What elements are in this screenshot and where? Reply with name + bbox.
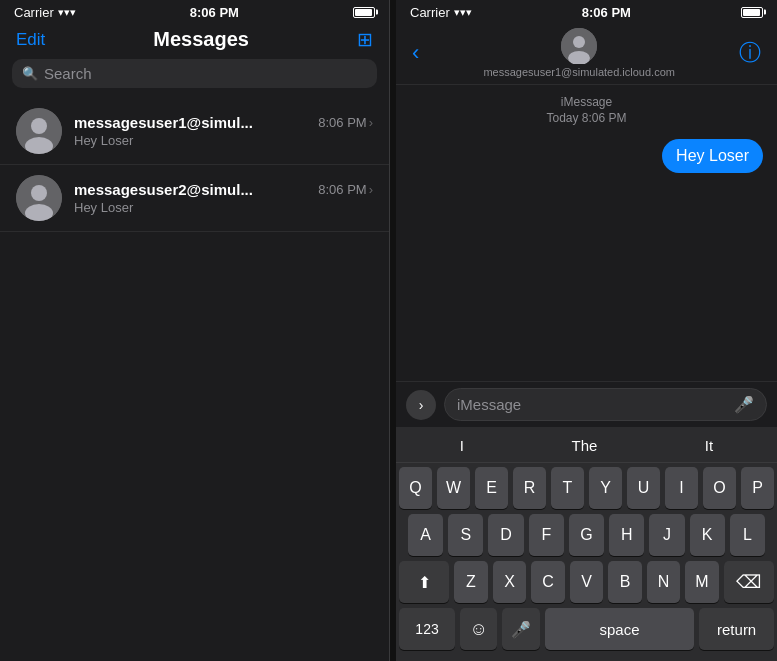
input-area: › iMessage 🎤 xyxy=(396,381,777,427)
keyboard-row-1: Q W E R T Y U I O P xyxy=(396,467,777,509)
keyboard-row-3: ⬆ Z X C V B N M ⌫ xyxy=(396,561,777,603)
key-y[interactable]: Y xyxy=(589,467,622,509)
key-i[interactable]: I xyxy=(665,467,698,509)
message-header-row-2: messagesuser2@simul... 8:06 PM › xyxy=(74,181,373,198)
space-key[interactable]: space xyxy=(545,608,694,650)
left-carrier-text: Carrier xyxy=(14,5,54,20)
shift-key[interactable]: ⬆ xyxy=(399,561,449,603)
left-battery xyxy=(353,7,375,18)
messages-title: Messages xyxy=(153,28,249,51)
left-time: 8:06 PM xyxy=(190,5,239,20)
contact-email: messagesuser1@simulated.icloud.com xyxy=(483,66,675,78)
search-icon: 🔍 xyxy=(22,66,38,81)
left-wifi-icon: ▾▾▾ xyxy=(58,6,76,19)
key-s[interactable]: S xyxy=(448,514,483,556)
avatar-1 xyxy=(16,108,62,154)
keyboard-row-bottom: 123 ☺ 🎤 space return xyxy=(396,608,777,650)
key-t[interactable]: T xyxy=(551,467,584,509)
key-k[interactable]: K xyxy=(690,514,725,556)
num-key[interactable]: 123 xyxy=(399,608,455,650)
key-x[interactable]: X xyxy=(493,561,527,603)
svg-point-7 xyxy=(573,36,585,48)
key-u[interactable]: U xyxy=(627,467,660,509)
right-carrier-text: Carrier xyxy=(410,5,450,20)
key-e[interactable]: E xyxy=(475,467,508,509)
left-panel: Carrier ▾▾▾ 8:06 PM Edit Messages ⊞ 🔍 Se… xyxy=(0,0,390,661)
key-o[interactable]: O xyxy=(703,467,736,509)
message-sender-1: messagesuser1@simul... xyxy=(74,114,253,131)
message-item-1[interactable]: messagesuser1@simul... 8:06 PM › Hey Los… xyxy=(0,98,389,165)
bubble-row: Hey Loser xyxy=(410,139,763,173)
imessage-time: Today 8:06 PM xyxy=(410,111,763,125)
search-placeholder: Search xyxy=(44,65,92,82)
keyboard: I The It Q W E R T Y U I O P A S D F G H… xyxy=(396,427,777,661)
key-r[interactable]: R xyxy=(513,467,546,509)
right-time: 8:06 PM xyxy=(582,5,631,20)
left-battery-bar xyxy=(353,7,375,18)
search-bar[interactable]: 🔍 Search xyxy=(12,59,377,88)
expand-button[interactable]: › xyxy=(406,390,436,420)
contact-avatar xyxy=(561,28,597,64)
chevron-icon-2: › xyxy=(369,182,373,197)
edit-button[interactable]: Edit xyxy=(16,30,45,50)
mic-icon[interactable]: 🎤 xyxy=(734,395,754,414)
keyboard-mic-key[interactable]: 🎤 xyxy=(502,608,539,650)
key-c[interactable]: C xyxy=(531,561,565,603)
key-m[interactable]: M xyxy=(685,561,719,603)
message-input-placeholder: iMessage xyxy=(457,396,726,413)
key-w[interactable]: W xyxy=(437,467,470,509)
key-h[interactable]: H xyxy=(609,514,644,556)
message-item-2[interactable]: messagesuser2@simul... 8:06 PM › Hey Los… xyxy=(0,165,389,232)
key-j[interactable]: J xyxy=(649,514,684,556)
right-battery xyxy=(741,7,763,18)
back-button[interactable]: ‹ xyxy=(408,40,423,66)
right-status-bar: Carrier ▾▾▾ 8:06 PM xyxy=(396,0,777,24)
message-header-row-1: messagesuser1@simul... 8:06 PM › xyxy=(74,114,373,131)
key-g[interactable]: G xyxy=(569,514,604,556)
left-battery-fill xyxy=(355,9,372,16)
return-key[interactable]: return xyxy=(699,608,774,650)
key-d[interactable]: D xyxy=(488,514,523,556)
message-time-1: 8:06 PM › xyxy=(318,115,373,130)
expand-icon: › xyxy=(419,397,424,413)
suggestion-it[interactable]: It xyxy=(695,435,723,456)
message-input[interactable]: iMessage 🎤 xyxy=(444,388,767,421)
emoji-key[interactable]: ☺ xyxy=(460,608,497,650)
message-bubble: Hey Loser xyxy=(662,139,763,173)
suggestion-i[interactable]: I xyxy=(450,435,474,456)
key-a[interactable]: A xyxy=(408,514,443,556)
suggestion-the[interactable]: The xyxy=(561,435,607,456)
right-battery-fill xyxy=(743,9,760,16)
key-l[interactable]: L xyxy=(730,514,765,556)
key-n[interactable]: N xyxy=(647,561,681,603)
keyboard-row-2: A S D F G H J K L xyxy=(396,514,777,556)
right-header: ‹ messagesuser1@simulated.icloud.com ⓘ xyxy=(396,24,777,85)
message-info-2: messagesuser2@simul... 8:06 PM › Hey Los… xyxy=(74,181,373,215)
contact-center: messagesuser1@simulated.icloud.com xyxy=(483,28,675,78)
key-z[interactable]: Z xyxy=(454,561,488,603)
info-button[interactable]: ⓘ xyxy=(735,38,765,68)
right-carrier: Carrier ▾▾▾ xyxy=(410,5,472,20)
message-preview-2: Hey Loser xyxy=(74,200,373,215)
key-f[interactable]: F xyxy=(529,514,564,556)
right-wifi-icon: ▾▾▾ xyxy=(454,6,472,19)
left-header: Edit Messages ⊞ xyxy=(0,24,389,59)
svg-point-4 xyxy=(31,185,47,201)
imessage-label: iMessage xyxy=(410,95,763,109)
avatar-2 xyxy=(16,175,62,221)
svg-point-1 xyxy=(31,118,47,134)
left-status-bar: Carrier ▾▾▾ 8:06 PM xyxy=(0,0,389,24)
right-battery-bar xyxy=(741,7,763,18)
key-p[interactable]: P xyxy=(741,467,774,509)
message-list: messagesuser1@simul... 8:06 PM › Hey Los… xyxy=(0,98,389,661)
message-info-1: messagesuser1@simul... 8:06 PM › Hey Los… xyxy=(74,114,373,148)
suggestions-row: I The It xyxy=(396,431,777,463)
compose-icon[interactable]: ⊞ xyxy=(357,28,373,51)
message-preview-1: Hey Loser xyxy=(74,133,373,148)
right-panel: Carrier ▾▾▾ 8:06 PM ‹ messagesuser1@simu… xyxy=(396,0,777,661)
key-v[interactable]: V xyxy=(570,561,604,603)
chevron-icon-1: › xyxy=(369,115,373,130)
key-b[interactable]: B xyxy=(608,561,642,603)
delete-key[interactable]: ⌫ xyxy=(724,561,774,603)
key-q[interactable]: Q xyxy=(399,467,432,509)
